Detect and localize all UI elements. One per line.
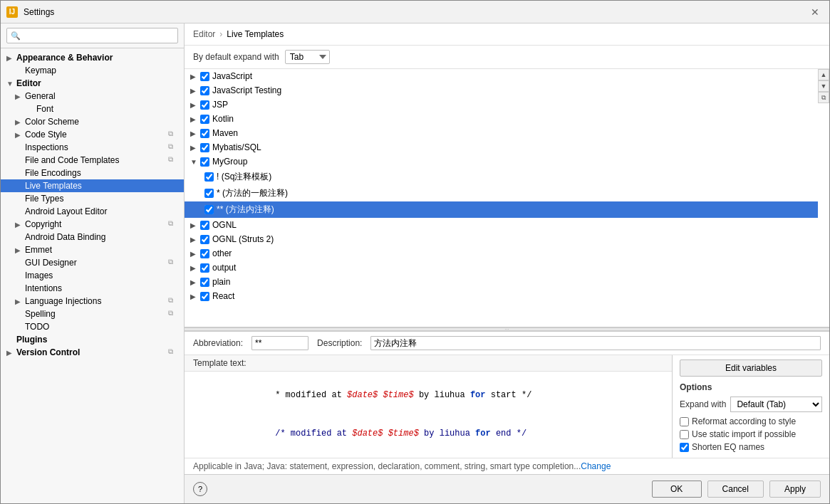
group-checkbox-javascript[interactable] [200,72,209,81]
sidebar-item-todo[interactable]: TODO [1,320,184,333]
group-checkbox-js-testing[interactable] [200,86,209,95]
sidebar-item-copyright[interactable]: ▶ Copyright ⧉ [1,218,184,231]
help-button[interactable]: ? [193,482,207,496]
group-checkbox-mybatis[interactable] [200,143,209,152]
options-panel: Edit variables Options Expand with Defau… [673,355,829,458]
expand-with-select[interactable]: Default (Tab) Tab Enter Space [730,397,822,412]
abbreviation-label: Abbreviation: [193,338,243,348]
template-text-label: Template text: [185,355,672,372]
abbrev-row: Abbreviation: Description: [185,332,829,355]
sidebar-item-emmet[interactable]: ▶ Emmet [1,243,184,256]
sidebar-item-inspections[interactable]: Inspections ⧉ [1,141,184,154]
group-checkbox-plain[interactable] [200,278,209,287]
applicable-change-link[interactable]: Change [581,461,611,471]
group-checkbox-mygroup[interactable] [200,157,209,167]
cancel-button[interactable]: Cancel [707,481,764,498]
reformat-label: Reformat according to style [692,416,796,426]
search-wrapper: 🔍 [6,28,178,43]
copy-icon: ⧉ [168,142,178,152]
sidebar-item-version-control[interactable]: ▶ Version Control ⧉ [1,346,184,359]
template-group-react[interactable]: ▶ React [185,289,818,303]
sidebar-item-android-data-binding[interactable]: Android Data Binding [1,231,184,243]
template-group-mybatis[interactable]: ▶ Mybatis/SQL [185,140,818,154]
sidebar-item-label: Android Layout Editor [25,206,178,216]
ok-button[interactable]: OK [652,481,702,498]
sidebar-item-images[interactable]: Images [1,269,184,282]
item-name: * (方法的一般注释) [217,187,288,199]
item-checkbox-3[interactable] [204,205,214,214]
sidebar-item-language-injections[interactable]: ▶ Language Injections ⧉ [1,295,184,308]
sidebar-item-plugins[interactable]: Plugins [1,333,184,346]
sidebar-item-live-templates[interactable]: Live Templates [1,179,184,192]
item-checkbox-1[interactable] [204,172,214,182]
code-editor[interactable]: * modified at $date$ $time$ by liuhua fo… [185,372,672,458]
sidebar-item-intentions[interactable]: Intentions [1,282,184,295]
item-checkbox-2[interactable] [204,189,214,198]
template-group-kotlin[interactable]: ▶ Kotlin [185,112,818,126]
group-checkbox-kotlin[interactable] [200,115,209,124]
sidebar-item-editor[interactable]: ▼ Editor [1,77,184,90]
applicable-row: Applicable in Java; Java: statement, exp… [185,458,829,474]
group-checkbox-react[interactable] [200,292,209,301]
group-checkbox-ognl[interactable] [200,221,209,230]
group-arrow-icon: ▶ [190,144,200,152]
expand-dropdown[interactable]: Tab Enter Space [285,50,330,64]
sidebar-item-label: Intentions [25,283,178,293]
sidebar-item-file-code-templates[interactable]: File and Code Templates ⧉ [1,154,184,167]
static-import-checkbox[interactable] [680,430,689,439]
resize-handle[interactable]: ··· [185,327,829,331]
template-group-output[interactable]: ▶ output [185,261,818,275]
shorten-eq-checkbox[interactable] [680,443,689,452]
template-group-other[interactable]: ▶ other [185,246,818,261]
sidebar-item-label: File Types [25,194,178,204]
template-item-mygroup-2[interactable]: * (方法的一般注释) [185,185,818,201]
sidebar-item-appearance[interactable]: ▶ Appearance & Behavior [1,51,184,64]
item-name: ** (方法内注释) [217,204,274,216]
sidebar-item-file-encodings[interactable]: File Encodings [1,167,184,179]
sidebar-item-color-scheme[interactable]: ▶ Color Scheme [1,115,184,128]
abbreviation-input[interactable] [251,336,308,350]
template-text-area: Template text: * modified at $date$ $tim… [185,355,673,458]
applicable-text: Applicable in Java; Java: statement, exp… [193,461,581,471]
scroll-down-btn[interactable]: ▼ [818,80,829,92]
sidebar-item-keymap[interactable]: Keymap [1,64,184,77]
close-button[interactable]: ✕ [806,5,824,19]
template-group-javascript-testing[interactable]: ▶ JavaScript Testing [185,83,818,98]
sidebar-item-code-style[interactable]: ▶ Code Style ⧉ [1,128,184,141]
code-keyword: for [470,390,486,400]
scroll-up-btn[interactable]: ▲ [818,69,829,80]
template-item-mygroup-3[interactable]: ** (方法内注释) [185,201,818,218]
copy-template-btn[interactable]: ⧉ [818,92,829,103]
template-group-jsp[interactable]: ▶ JSP [185,98,818,112]
apply-button[interactable]: Apply [769,481,821,498]
template-group-ognl-struts2[interactable]: ▶ OGNL (Struts 2) [185,232,818,246]
group-name: OGNL (Struts 2) [212,234,274,244]
sidebar-item-android-layout[interactable]: Android Layout Editor [1,205,184,218]
code-comment: by liuhua [419,429,475,439]
sidebar-item-spelling[interactable]: Spelling ⧉ [1,308,184,320]
template-group-javascript[interactable]: ▶ JavaScript [185,69,818,83]
sidebar-item-gui-designer[interactable]: GUI Designer ⧉ [1,256,184,269]
group-checkbox-maven[interactable] [200,129,209,138]
group-name: JavaScript Testing [212,85,281,95]
group-checkbox-jsp[interactable] [200,100,209,110]
template-group-maven[interactable]: ▶ Maven [185,126,818,140]
sidebar-item-file-types[interactable]: File Types [1,192,184,205]
sidebar-item-general[interactable]: ▶ General [1,90,184,103]
reformat-checkbox[interactable] [680,417,689,426]
sidebar-item-font[interactable]: Font [1,103,184,115]
template-group-mygroup[interactable]: ▼ MyGroup [185,154,818,169]
group-checkbox-ognl-struts2[interactable] [200,235,209,244]
template-group-plain[interactable]: ▶ plain [185,275,818,289]
group-checkbox-other[interactable] [200,249,209,258]
search-input[interactable] [6,28,178,43]
edit-variables-button[interactable]: Edit variables [680,359,822,377]
sidebar-item-label: TODO [25,322,178,332]
group-checkbox-output[interactable] [200,263,209,273]
expand-arrow: ▶ [15,246,24,254]
template-group-ognl[interactable]: ▶ OGNL [185,218,818,232]
shorten-eq-label: Shorten EQ names [692,442,764,452]
template-item-mygroup-1[interactable]: ! (Sq注释模板) [185,169,818,185]
description-input[interactable] [370,336,821,350]
breadcrumb: Editor › Live Templates [185,23,829,46]
